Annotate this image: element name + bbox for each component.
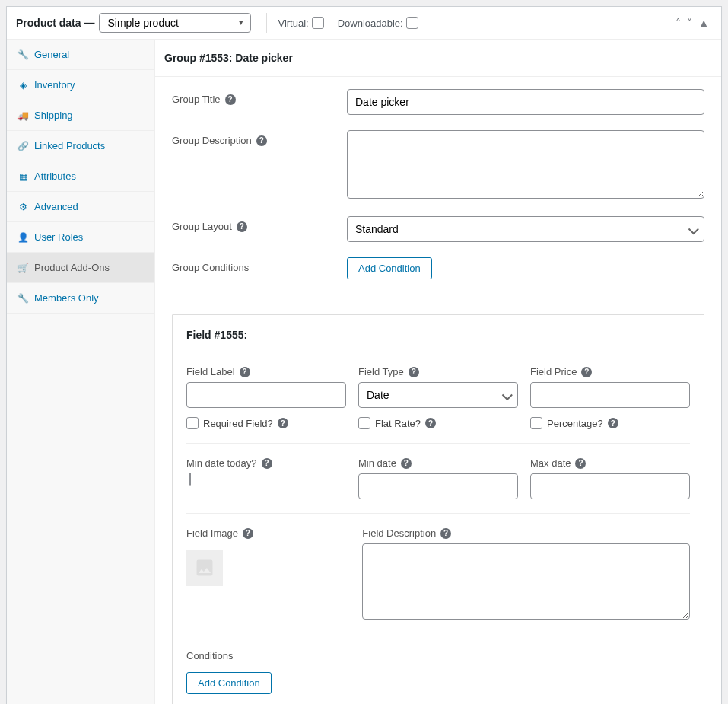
field-description-label: Field Description? [362, 527, 690, 539]
tab-user-roles[interactable]: 👤User Roles [7, 222, 154, 253]
percentage-checkbox[interactable] [530, 417, 542, 429]
divider [266, 13, 267, 33]
gear-icon: ⚙ [17, 202, 28, 212]
downloadable-checkbox-label[interactable]: Downloadable: [338, 17, 418, 29]
field-label-label: Field Label? [186, 366, 346, 377]
group-title-input[interactable] [347, 89, 704, 115]
field-price-label: Field Price? [530, 366, 690, 377]
tab-general[interactable]: 🔧General [7, 40, 154, 70]
help-icon[interactable]: ? [425, 418, 436, 428]
help-icon[interactable]: ? [225, 94, 236, 105]
wrench-icon: 🔧 [17, 293, 28, 304]
add-field-condition-button[interactable]: Add Condition [186, 672, 272, 694]
virtual-checkbox-label[interactable]: Virtual: [278, 17, 323, 29]
max-date-input[interactable] [530, 473, 690, 499]
field-type-select[interactable]: Date [358, 382, 518, 408]
help-icon[interactable]: ? [262, 458, 272, 469]
field-conditions-label: Conditions [186, 650, 690, 661]
help-icon[interactable]: ? [581, 367, 592, 377]
tab-linked-products[interactable]: 🔗Linked Products [7, 131, 154, 161]
help-icon[interactable]: ? [608, 418, 618, 428]
field-description-textarea[interactable] [362, 543, 690, 620]
add-condition-button[interactable]: Add Condition [347, 257, 432, 279]
product-data-tabs: 🔧General ◈Inventory 🚚Shipping 🔗Linked Pr… [7, 40, 155, 704]
attributes-icon: ▦ [17, 171, 28, 182]
help-icon[interactable]: ? [243, 528, 253, 539]
chevron-down-icon[interactable]: ˅ [684, 14, 695, 32]
min-date-label: Min date? [358, 457, 518, 469]
inventory-icon: ◈ [17, 80, 28, 91]
field-image-label: Field Image? [186, 527, 350, 539]
help-icon[interactable]: ? [440, 528, 451, 539]
help-icon[interactable]: ? [575, 458, 586, 469]
flat-rate-checkbox-wrap[interactable]: Flat Rate? ? [358, 417, 518, 429]
min-date-input[interactable] [358, 473, 518, 499]
metabox-header: Product data — Simple product Virtual: D… [7, 7, 721, 40]
group-description-label: Group Description ? [172, 130, 347, 146]
triangle-up-icon[interactable]: ▲ [695, 14, 712, 32]
group-heading: Group #1553: Date picker [155, 40, 721, 77]
cart-icon: 🛒 [17, 263, 28, 273]
link-icon: 🔗 [17, 141, 28, 151]
field-image-placeholder[interactable] [186, 550, 223, 586]
header-title: Product data — [16, 17, 94, 29]
help-icon[interactable]: ? [278, 418, 288, 428]
percentage-checkbox-wrap[interactable]: Percentage? ? [530, 417, 690, 429]
field-type-label: Field Type? [358, 366, 518, 377]
required-field-checkbox-wrap[interactable]: Required Field? ? [186, 417, 346, 429]
tab-product-addons[interactable]: 🛒Product Add-Ons [7, 253, 154, 283]
image-placeholder-icon [194, 557, 215, 578]
tab-advanced[interactable]: ⚙Advanced [7, 192, 154, 222]
tab-members-only[interactable]: 🔧Members Only [7, 283, 154, 314]
help-icon[interactable]: ? [401, 458, 412, 469]
wrench-icon: 🔧 [17, 49, 28, 60]
group-conditions-label: Group Conditions [172, 257, 347, 273]
group-layout-label: Group Layout ? [172, 216, 347, 232]
user-icon: 👤 [17, 232, 28, 243]
help-icon[interactable]: ? [409, 367, 419, 377]
downloadable-checkbox[interactable] [406, 17, 418, 29]
max-date-label: Max date? [530, 457, 690, 469]
group-description-textarea[interactable] [347, 130, 704, 199]
tab-attributes[interactable]: ▦Attributes [7, 161, 154, 192]
product-data-metabox: Product data — Simple product Virtual: D… [6, 6, 722, 704]
field-heading: Field #1555: [186, 329, 690, 352]
tab-content: Group #1553: Date picker Group Title ? G… [155, 40, 721, 704]
help-icon[interactable]: ? [256, 135, 267, 146]
min-date-today-label: Min date today?? [186, 457, 346, 469]
product-type-select[interactable]: Simple product [99, 13, 251, 33]
field-card: Field #1555: Field Label? Field Type? Da… [172, 314, 704, 704]
required-field-checkbox[interactable] [186, 417, 199, 429]
virtual-checkbox[interactable] [312, 17, 324, 29]
truck-icon: 🚚 [17, 110, 28, 121]
field-price-input[interactable] [530, 382, 690, 408]
tab-shipping[interactable]: 🚚Shipping [7, 100, 154, 131]
help-icon[interactable]: ? [240, 367, 250, 377]
group-layout-select[interactable]: Standard [347, 216, 704, 242]
help-icon[interactable]: ? [237, 221, 247, 232]
flat-rate-checkbox[interactable] [358, 417, 370, 429]
chevron-up-icon[interactable]: ˄ [672, 14, 684, 32]
min-date-today-checkbox[interactable] [189, 473, 191, 486]
group-title-label: Group Title ? [172, 89, 347, 105]
field-label-input[interactable] [186, 382, 346, 408]
tab-inventory[interactable]: ◈Inventory [7, 70, 154, 100]
